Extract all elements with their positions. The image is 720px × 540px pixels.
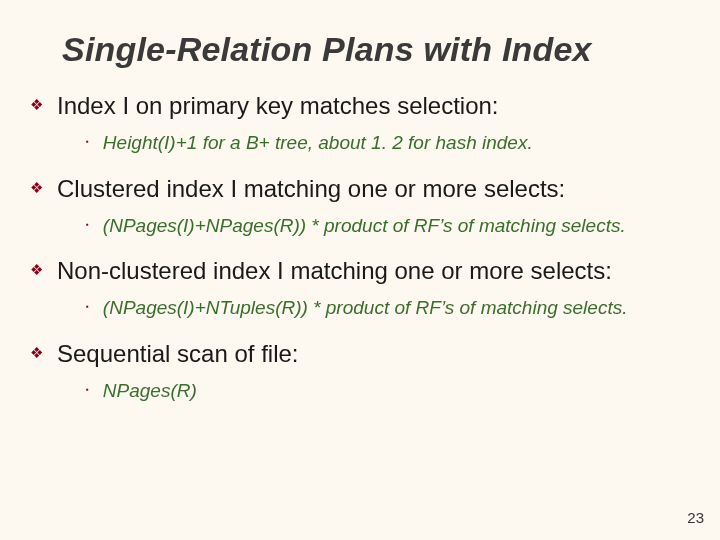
square-icon: ▪: [86, 131, 89, 153]
bullet-2-text: Clustered index I matching one or more s…: [57, 174, 565, 204]
subbullet-4-text: NPages(R): [103, 379, 197, 404]
square-icon: ▪: [86, 296, 89, 318]
subbullet-3-text: (NPages(I)+NTuples(R)) * product of RF’s…: [103, 296, 628, 321]
bullet-3: ❖ Non-clustered index I matching one or …: [48, 256, 672, 286]
subbullet-4: ▪ NPages(R): [86, 379, 672, 404]
diamond-icon: ❖: [30, 339, 43, 367]
bullet-4-text: Sequential scan of file:: [57, 339, 299, 369]
square-icon: ▪: [86, 214, 89, 236]
slide: Single-Relation Plans with Index ❖ Index…: [0, 0, 720, 540]
diamond-icon: ❖: [30, 91, 43, 119]
subbullet-1-text: Height(I)+1 for a B+ tree, about 1. 2 fo…: [103, 131, 533, 156]
bullet-1: ❖ Index I on primary key matches selecti…: [48, 91, 672, 121]
bullet-3-text: Non-clustered index I matching one or mo…: [57, 256, 612, 286]
diamond-icon: ❖: [30, 256, 43, 284]
bullet-4: ❖ Sequential scan of file:: [48, 339, 672, 369]
subbullet-1: ▪ Height(I)+1 for a B+ tree, about 1. 2 …: [86, 131, 672, 156]
diamond-icon: ❖: [30, 174, 43, 202]
subbullet-2-text: (NPages(I)+NPages(R)) * product of RF’s …: [103, 214, 626, 239]
page-number: 23: [687, 509, 704, 526]
square-icon: ▪: [86, 379, 89, 401]
subbullet-2: ▪ (NPages(I)+NPages(R)) * product of RF’…: [86, 214, 672, 239]
subbullet-3: ▪ (NPages(I)+NTuples(R)) * product of RF…: [86, 296, 672, 321]
slide-title: Single-Relation Plans with Index: [62, 24, 672, 69]
bullet-1-text: Index I on primary key matches selection…: [57, 91, 499, 121]
bullet-2: ❖ Clustered index I matching one or more…: [48, 174, 672, 204]
